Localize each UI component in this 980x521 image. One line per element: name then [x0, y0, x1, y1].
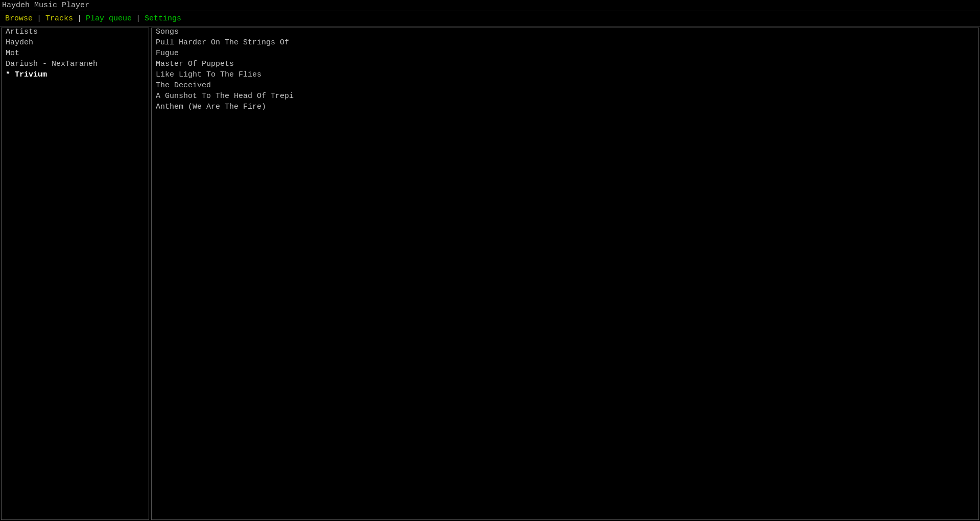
- nav-sep-3: |: [134, 14, 142, 23]
- artist-item-trivium-label: Trivium: [15, 70, 47, 79]
- song-item-2[interactable]: Master Of Puppets: [156, 59, 974, 69]
- artists-panel-title: Artists: [4, 28, 40, 36]
- song-item-1[interactable]: Fugue: [156, 48, 974, 59]
- nav-browse[interactable]: Browse: [3, 13, 35, 24]
- artists-list: Haydeh Mot Dariush - NexTaraneh * Triviu…: [2, 35, 149, 82]
- song-item-6[interactable]: Anthem (We Are The Fire): [156, 102, 974, 112]
- nav-bar: Browse | Tracks | Play queue | Settings: [0, 11, 980, 27]
- songs-list: Pull Harder On The Strings Of Fugue Mast…: [152, 35, 978, 114]
- artist-item-mot[interactable]: Mot: [6, 48, 145, 59]
- songs-panel-title: Songs: [154, 28, 181, 36]
- song-item-3[interactable]: Like Light To The Flies: [156, 69, 974, 80]
- app-container: Haydeh Music Player Browse | Tracks | Pl…: [0, 0, 980, 521]
- song-item-5[interactable]: A Gunshot To The Head Of Trepi: [156, 91, 974, 102]
- nav-sep-1: |: [35, 14, 43, 23]
- songs-panel: Songs Pull Harder On The Strings Of Fugu…: [151, 28, 979, 520]
- artists-panel: Artists Haydeh Mot Dariush - NexTaraneh …: [1, 28, 149, 520]
- nav-tracks[interactable]: Tracks: [43, 13, 75, 24]
- song-item-0[interactable]: Pull Harder On The Strings Of: [156, 37, 974, 48]
- title-text: Haydeh Music Player: [2, 1, 89, 10]
- nav-playqueue[interactable]: Play queue: [84, 13, 134, 24]
- artist-item-haydeh[interactable]: Haydeh: [6, 37, 145, 48]
- title-bar: Haydeh Music Player: [0, 0, 980, 11]
- artist-item-dariush[interactable]: Dariush - NexTaraneh: [6, 59, 145, 69]
- nav-settings[interactable]: Settings: [142, 13, 183, 24]
- main-content: Artists Haydeh Mot Dariush - NexTaraneh …: [0, 27, 980, 521]
- artist-item-trivium[interactable]: * Trivium: [6, 69, 145, 80]
- nav-sep-2: |: [75, 14, 84, 23]
- song-item-4[interactable]: The Deceived: [156, 80, 974, 91]
